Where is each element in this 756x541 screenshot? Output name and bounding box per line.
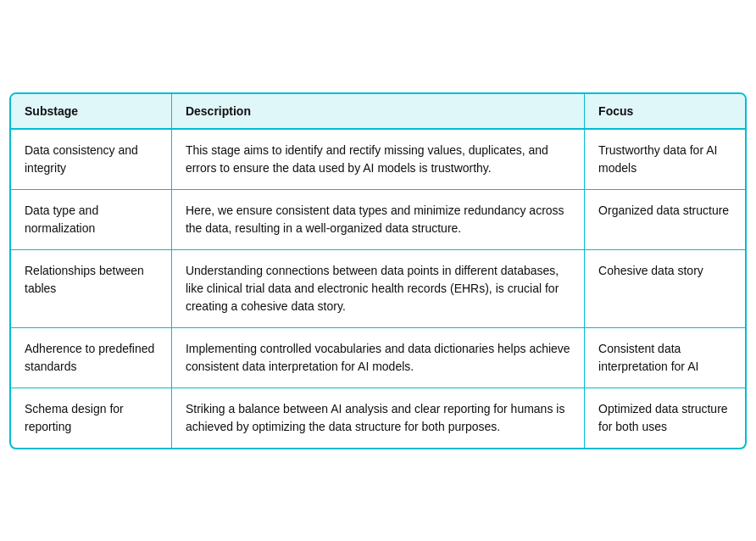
cell-substage-3: Adherence to predefined standards (11, 327, 171, 388)
table-row: Relationships between tablesUnderstandin… (11, 249, 745, 327)
cell-description-4: Striking a balance between AI analysis a… (171, 388, 584, 448)
data-table: Substage Description Focus Data consiste… (11, 94, 745, 448)
table-row: Schema design for reportingStriking a ba… (11, 388, 745, 448)
header-focus: Focus (585, 94, 745, 129)
table-row: Data type and normalizationHere, we ensu… (11, 189, 745, 249)
cell-description-1: Here, we ensure consistent data types an… (171, 189, 584, 249)
table-row: Data consistency and integrityThis stage… (11, 129, 745, 190)
cell-substage-0: Data consistency and integrity (11, 129, 171, 190)
header-substage: Substage (11, 94, 171, 129)
cell-description-0: This stage aims to identify and rectify … (171, 129, 584, 190)
cell-description-3: Implementing controlled vocabularies and… (171, 327, 584, 388)
cell-substage-4: Schema design for reporting (11, 388, 171, 448)
cell-description-2: Understanding connections between data p… (171, 249, 584, 327)
header-description: Description (171, 94, 584, 129)
cell-focus-1: Organized data structure (585, 189, 745, 249)
main-table-container: Substage Description Focus Data consiste… (9, 92, 747, 449)
cell-focus-3: Consistent data interpretation for AI (585, 327, 745, 388)
table-row: Adherence to predefined standardsImpleme… (11, 327, 745, 388)
table-header-row: Substage Description Focus (11, 94, 745, 129)
cell-focus-0: Trustworthy data for AI models (585, 129, 745, 190)
cell-focus-4: Optimized data structure for both uses (585, 388, 745, 448)
cell-focus-2: Cohesive data story (585, 249, 745, 327)
cell-substage-1: Data type and normalization (11, 189, 171, 249)
cell-substage-2: Relationships between tables (11, 249, 171, 327)
